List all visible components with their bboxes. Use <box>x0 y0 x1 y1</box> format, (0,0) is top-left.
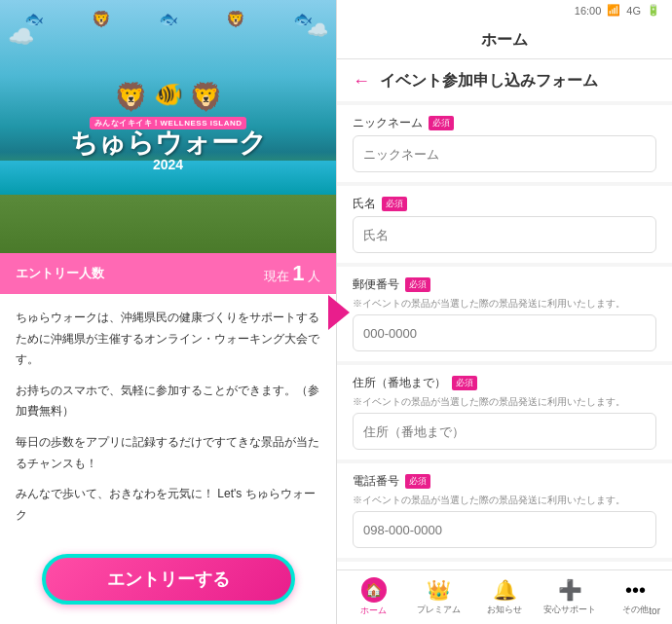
support-icon: ➕ <box>558 578 582 602</box>
entry-count-value: 現在 1 人 <box>264 261 321 286</box>
arrow-divider <box>328 295 350 330</box>
right-header: ホーム <box>337 20 672 59</box>
entry-count-label: エントリー人数 <box>16 265 104 282</box>
input-postal[interactable] <box>353 314 656 351</box>
desc-p2: お持ちのスマホで、気軽に参加することができます。（参加費無料） <box>16 381 320 422</box>
label-name: 氏名 必須 <box>353 196 656 212</box>
nav-news[interactable]: 🔔 お知らせ <box>471 574 537 620</box>
nav-support-label: 安心サポート <box>543 604 596 616</box>
nav-premium[interactable]: 👑 プレミアム <box>406 574 471 620</box>
desc-p4: みんなで歩いて、おきなわを元気に！ Let's ちゅらウォーク <box>16 484 320 526</box>
required-badge-phone: 必須 <box>405 474 430 489</box>
field-address: 住所（番地まで） 必須 ※イベントの景品が当選した際の景品発送に利用いたします。 <box>337 365 672 459</box>
field-nickname: ニックネーム 必須 <box>337 105 672 182</box>
input-nickname[interactable] <box>353 135 656 172</box>
back-arrow-button[interactable]: ← <box>353 71 370 92</box>
watermark-tor: tor <box>649 606 660 616</box>
nav-news-label: お知らせ <box>487 604 522 616</box>
label-phone: 電話番号 必須 <box>353 473 656 490</box>
logo-year: 2024 <box>153 157 183 172</box>
nav-home[interactable]: 🏠 ホーム <box>341 573 406 621</box>
nav-other-label: その他 <box>622 604 649 616</box>
bottom-nav: 🏠 ホーム 👑 プレミアム 🔔 お知らせ ➕ 安心サポート ••• その他 <box>337 569 672 624</box>
label-nickname: ニックネーム 必須 <box>353 115 656 131</box>
input-address[interactable] <box>353 413 656 450</box>
left-panel: ☁️ ☁️ 🐟🦁🐟🦁🐟 🦁 🐠 🦁 みんなイキイキ！WELLNESS ISLAN… <box>0 0 336 624</box>
entry-btn-area: エントリーする <box>0 544 336 624</box>
nav-premium-label: プレミアム <box>417 604 461 616</box>
field-email: メールアドレス 必須 <box>337 562 672 569</box>
premium-icon: 👑 <box>427 578 451 602</box>
battery-icon: 🔋 <box>647 4 660 17</box>
hint-phone: ※イベントの景品が当選した際の景品発送に利用いたします。 <box>353 494 656 507</box>
entry-button[interactable]: エントリーする <box>42 554 295 605</box>
desc-p3: 毎日の歩数をアプリに記録するだけですてきな景品が当たるチャンスも！ <box>16 432 320 474</box>
required-badge-postal: 必須 <box>405 277 430 292</box>
form-scroll[interactable]: ← イベント参加申し込みフォーム ニックネーム 必須 氏名 必須 郵便番号 必須 <box>337 59 672 569</box>
hero-image: ☁️ ☁️ 🐟🦁🐟🦁🐟 🦁 🐠 🦁 みんなイキイキ！WELLNESS ISLAN… <box>0 0 336 253</box>
desc-p1: ちゅらウォークは、沖縄県民の健康づくりをサポートするために沖縄県が主催するオンラ… <box>16 308 320 371</box>
field-postal: 郵便番号 必須 ※イベントの景品が当選した際の景品発送に利用いたします。 <box>337 267 672 361</box>
right-panel: 16:00 📶 4G 🔋 ホーム ← イベント参加申し込みフォーム ニックネーム… <box>336 0 672 624</box>
home-icon: 🏠 <box>361 577 387 603</box>
form-title: イベント参加申し込みフォーム <box>380 71 598 92</box>
input-phone[interactable] <box>353 511 656 548</box>
other-icon: ••• <box>625 579 646 602</box>
deco-birds: 🐟🦁🐟🦁🐟 <box>0 10 336 28</box>
label-address: 住所（番地まで） 必須 <box>353 375 656 391</box>
signal-type: 4G <box>626 5 641 17</box>
okinawa-ground-bg <box>0 195 336 253</box>
field-phone: 電話番号 必須 ※イベントの景品が当選した際の景品発送に利用いたします。 <box>337 463 672 558</box>
hint-address: ※イベントの景品が当選した際の景品発送に利用いたします。 <box>353 395 656 409</box>
input-name[interactable] <box>353 216 656 253</box>
hero-logo: 🦁 🐠 🦁 みんなイキイキ！WELLNESS ISLAND ちゅらウォーク 20… <box>70 81 267 172</box>
status-time: 16:00 <box>575 5 602 17</box>
news-icon: 🔔 <box>493 578 517 602</box>
description-area: ちゅらウォークは、沖縄県民の健康づくりをサポートするために沖縄県が主催するオンラ… <box>0 294 336 544</box>
required-badge-name: 必須 <box>382 197 407 211</box>
form-title-area: ← イベント参加申し込みフォーム <box>337 59 672 101</box>
field-name: 氏名 必須 <box>337 186 672 263</box>
label-postal: 郵便番号 必須 <box>353 276 656 293</box>
signal-icon: 📶 <box>607 4 620 17</box>
nav-support[interactable]: ➕ 安心サポート <box>538 574 603 620</box>
nav-home-label: ホーム <box>360 605 387 617</box>
required-badge-nickname: 必須 <box>429 116 454 130</box>
required-badge-address: 必須 <box>452 376 477 390</box>
entry-count-bar: エントリー人数 現在 1 人 <box>0 253 336 294</box>
logo-main-text: ちゅらウォーク <box>70 129 267 157</box>
hint-postal: ※イベントの景品が当選した際の景品発送に利用いたします。 <box>353 297 656 311</box>
status-bar: 16:00 📶 4G 🔋 <box>337 0 672 20</box>
